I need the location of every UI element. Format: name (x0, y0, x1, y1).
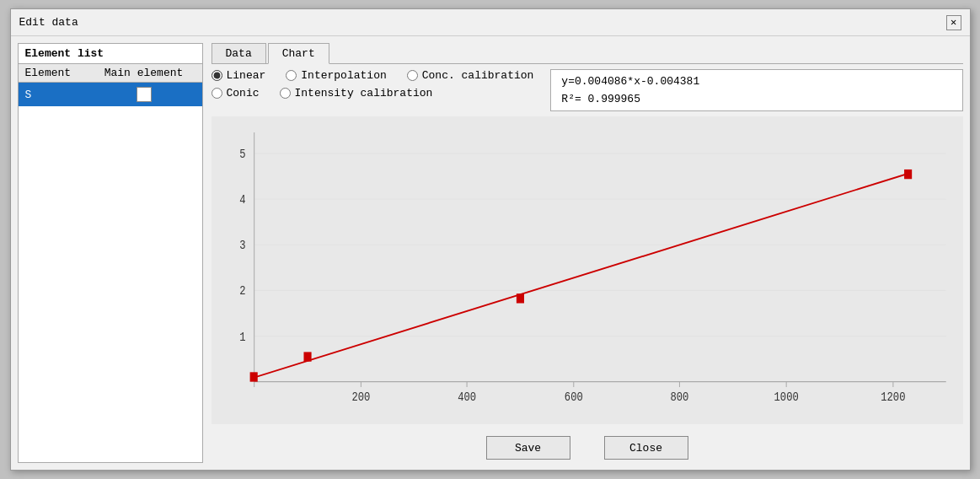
panel-title: Element list (19, 44, 202, 63)
close-button[interactable]: Close (604, 436, 688, 460)
tab-chart[interactable]: Chart (268, 43, 329, 64)
svg-text:200: 200 (351, 390, 370, 405)
radio-conc-calibration-input[interactable] (407, 70, 418, 81)
options-left: Linear Interpolation Conc. calibration (212, 69, 534, 100)
formula-line1: y=0.004086*x-0.004381 (561, 75, 951, 88)
title-bar: Edit data ✕ (11, 9, 970, 36)
svg-text:3: 3 (239, 239, 245, 253)
chart-svg: 1 2 3 4 5 200 400 600 800 1000 1200 (212, 116, 963, 424)
options-row: Linear Interpolation Conc. calibration (212, 69, 963, 111)
data-point-2 (303, 352, 311, 361)
close-icon[interactable]: ✕ (946, 15, 961, 30)
formula-line2: R²= 0.999965 (561, 93, 951, 105)
right-panel: Data Chart Linear Interpolation (212, 43, 963, 463)
radio-interpolation[interactable]: Interpolation (286, 69, 386, 82)
dialog-title: Edit data (19, 16, 78, 29)
radio-linear[interactable]: Linear (212, 69, 266, 82)
svg-text:1000: 1000 (774, 390, 798, 405)
svg-text:4: 4 (239, 193, 245, 207)
options-row1: Linear Interpolation Conc. calibration (212, 69, 534, 82)
radio-interpolation-input[interactable] (286, 70, 297, 81)
save-button[interactable]: Save (486, 436, 570, 460)
tab-data[interactable]: Data (212, 43, 266, 63)
svg-rect-0 (212, 116, 963, 424)
chart-area: 1 2 3 4 5 200 400 600 800 1000 1200 (212, 116, 963, 424)
radio-conic[interactable]: Conic (212, 87, 260, 100)
main-element-checkbox[interactable] (137, 87, 152, 102)
svg-text:5: 5 (239, 148, 245, 162)
options-row2: Conic Intensity calibration (212, 87, 534, 100)
chart-tab-content: Linear Interpolation Conc. calibration (212, 69, 963, 424)
element-list-panel: Element list Element Main element S (18, 43, 203, 463)
svg-text:2: 2 (239, 284, 245, 299)
dialog-body: Element list Element Main element S Data… (11, 36, 970, 470)
data-point-1 (249, 372, 257, 381)
svg-text:400: 400 (458, 390, 476, 405)
radio-conic-input[interactable] (212, 88, 222, 99)
svg-text:1: 1 (239, 330, 245, 344)
tabs: Data Chart (212, 43, 963, 64)
table-header: Element Main element (19, 63, 202, 83)
svg-text:800: 800 (670, 390, 688, 405)
radio-linear-input[interactable] (212, 70, 222, 81)
element-name: S (19, 85, 86, 105)
data-point-4 (904, 170, 912, 179)
table-row[interactable]: S (19, 83, 202, 106)
radio-conc-calibration[interactable]: Conc. calibration (407, 69, 534, 82)
svg-text:1200: 1200 (881, 390, 905, 405)
data-point-3 (516, 293, 523, 303)
bottom-bar: Save Close (212, 429, 963, 463)
radio-intensity-calibration-input[interactable] (280, 88, 291, 99)
col-element-header: Element (19, 64, 86, 82)
col-main-header: Main element (86, 64, 202, 82)
formula-box: y=0.004086*x-0.004381 R²= 0.999965 (550, 69, 962, 111)
radio-intensity-calibration[interactable]: Intensity calibration (280, 87, 433, 100)
svg-text:600: 600 (564, 390, 582, 405)
edit-data-dialog: Edit data ✕ Element list Element Main el… (10, 8, 971, 471)
main-element-cell (86, 87, 202, 102)
